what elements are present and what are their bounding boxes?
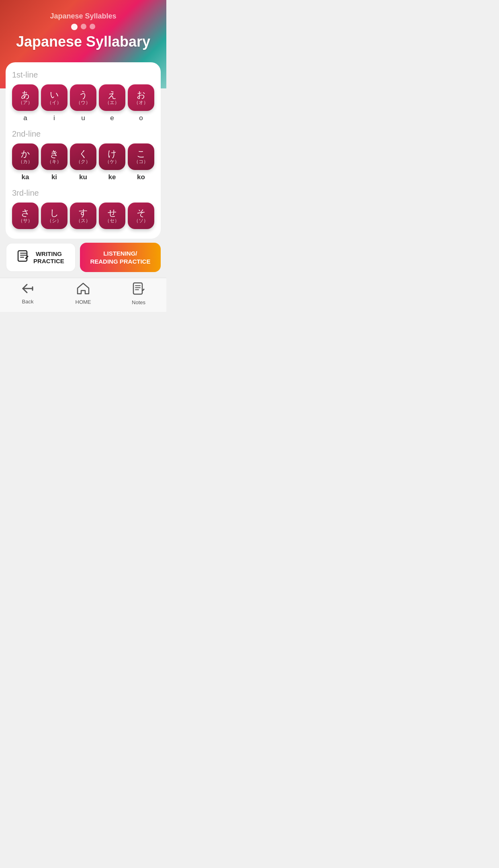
romaji-ku: ku	[70, 173, 96, 181]
tab-notes[interactable]: Notes	[111, 282, 166, 305]
syllable-a[interactable]: あ （ア）	[12, 84, 39, 111]
back-icon	[21, 283, 34, 297]
pagination-dots	[8, 24, 158, 30]
romaji-i: i	[41, 114, 67, 122]
romaji-a: a	[12, 114, 39, 122]
syllable-i[interactable]: い （イ）	[41, 84, 67, 111]
syllable-e[interactable]: え （エ）	[99, 84, 125, 111]
syllable-u[interactable]: う （ウ）	[70, 84, 96, 111]
header-title: Japanese Syllabary	[8, 33, 158, 50]
screen: Japanese Syllables Japanese Syllabary 1s…	[0, 0, 166, 312]
romaji-ka: ka	[12, 173, 39, 181]
romaji-ko: ko	[128, 173, 154, 181]
syllable-ki[interactable]: き （キ）	[41, 143, 67, 170]
syllable-row-3: さ （サ） し （シ） す （ス） せ （セ） そ （ソ）	[12, 203, 154, 229]
romaji-ki: ki	[41, 173, 67, 181]
writing-practice-label: WRITING PRACTICE	[33, 250, 64, 265]
tab-home[interactable]: HOME	[55, 283, 111, 305]
line-label-1: 1st-line	[12, 70, 154, 80]
syllable-su[interactable]: す （ス）	[70, 203, 96, 229]
syllable-ku[interactable]: く （ク）	[70, 143, 96, 170]
syllable-row-2: か （カ） き （キ） く （ク） け （ケ） こ （コ）	[12, 143, 154, 170]
syllable-ko[interactable]: こ （コ）	[128, 143, 154, 170]
syllable-shi[interactable]: し （シ）	[41, 203, 67, 229]
header-subtitle: Japanese Syllables	[8, 12, 158, 20]
tab-notes-label: Notes	[132, 299, 145, 305]
romaji-ke: ke	[99, 173, 125, 181]
tab-back-label: Back	[22, 299, 34, 305]
home-icon	[77, 283, 90, 297]
notes-icon	[133, 282, 145, 298]
dot-3	[90, 24, 95, 29]
tab-home-label: HOME	[76, 299, 91, 305]
syllable-o[interactable]: お （オ）	[128, 84, 154, 111]
listening-practice-label: LISTENING/ READING PRACTICE	[90, 250, 150, 265]
syllable-so[interactable]: そ （ソ）	[128, 203, 154, 229]
svg-rect-1	[133, 283, 142, 294]
writing-icon	[17, 250, 29, 265]
syllable-ka[interactable]: か （カ）	[12, 143, 39, 170]
dot-1	[71, 24, 78, 30]
romaji-row-1: a i u e o	[12, 114, 154, 122]
romaji-o: o	[128, 114, 154, 122]
syllable-sa[interactable]: さ （サ）	[12, 203, 39, 229]
line-label-3: 3rd-line	[12, 188, 154, 198]
action-buttons: WRITING PRACTICE LISTENING/ READING PRAC…	[6, 243, 161, 272]
tab-bar: Back HOME Notes	[0, 278, 166, 312]
header: Japanese Syllables Japanese Syllabary	[0, 0, 166, 58]
listening-practice-button[interactable]: LISTENING/ READING PRACTICE	[80, 243, 161, 272]
content-card: 1st-line あ （ア） い （イ） う （ウ） え （エ） お （オ）	[6, 62, 161, 239]
syllable-ke[interactable]: け （ケ）	[99, 143, 125, 170]
syllable-se[interactable]: せ （セ）	[99, 203, 125, 229]
romaji-e: e	[99, 114, 125, 122]
svg-rect-0	[18, 251, 27, 261]
line-label-2: 2nd-line	[12, 129, 154, 139]
tab-back[interactable]: Back	[0, 283, 55, 305]
syllable-row-1: あ （ア） い （イ） う （ウ） え （エ） お （オ）	[12, 84, 154, 111]
romaji-row-2: ka ki ku ke ko	[12, 173, 154, 181]
romaji-u: u	[70, 114, 96, 122]
dot-2	[81, 24, 86, 29]
writing-practice-button[interactable]: WRITING PRACTICE	[6, 243, 76, 272]
